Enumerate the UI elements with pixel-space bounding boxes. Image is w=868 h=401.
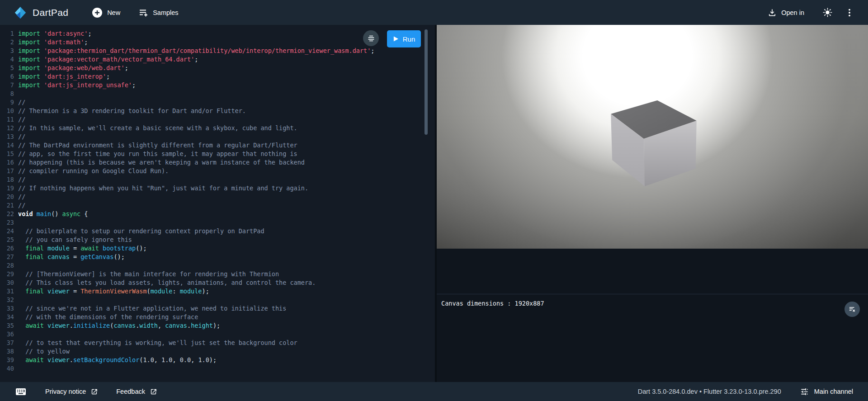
brightness-icon bbox=[822, 7, 833, 18]
code-line[interactable]: 5import 'package:web/web.dart'; bbox=[0, 64, 435, 72]
code-line[interactable]: 22void main() async { bbox=[0, 210, 435, 218]
line-number: 22 bbox=[0, 210, 18, 218]
line-number: 34 bbox=[0, 313, 18, 321]
theme-toggle-button[interactable] bbox=[822, 7, 833, 18]
open-in-button[interactable]: Open in bbox=[768, 8, 804, 17]
code-line[interactable]: 40 bbox=[0, 364, 435, 373]
editor-scrollbar[interactable] bbox=[425, 29, 428, 135]
code-line[interactable]: 36 bbox=[0, 330, 435, 339]
code-line[interactable]: 14// The DartPad environment is slightly… bbox=[0, 141, 435, 150]
code-line[interactable]: 33 // since we're not in a Flutter appli… bbox=[0, 304, 435, 313]
line-number: 21 bbox=[0, 201, 18, 210]
line-number: 11 bbox=[0, 115, 18, 124]
code-line[interactable]: 38 // to yellow bbox=[0, 347, 435, 356]
line-number: 32 bbox=[0, 296, 18, 304]
code-line[interactable]: 7import 'dart:js_interop_unsafe'; bbox=[0, 81, 435, 90]
line-number: 39 bbox=[0, 356, 18, 364]
line-number: 6 bbox=[0, 72, 18, 81]
run-button[interactable]: Run bbox=[387, 30, 421, 47]
code-line[interactable]: 27 final canvas = getCanvas(); bbox=[0, 253, 435, 261]
line-number: 14 bbox=[0, 141, 18, 150]
code-editor-panel[interactable]: 1import 'dart:async';2import 'dart:math'… bbox=[0, 25, 435, 382]
code-line[interactable]: 37 // to test that everything is working… bbox=[0, 339, 435, 347]
brand: DartPad bbox=[14, 6, 68, 19]
feedback-label: Feedback bbox=[116, 388, 145, 395]
console-panel: Canvas dimensions : 868x401 bbox=[437, 294, 868, 382]
code-line[interactable]: 18// bbox=[0, 175, 435, 184]
code-line[interactable]: 35 await viewer.initialize(canvas.width,… bbox=[0, 321, 435, 330]
code-line[interactable]: 15// app, so the first time you run this… bbox=[0, 150, 435, 158]
channel-label: Main channel bbox=[814, 388, 853, 395]
more-vert-icon bbox=[844, 8, 854, 18]
code-line[interactable]: 13// bbox=[0, 132, 435, 141]
output-panel: Canvas dimensions : 868x401 bbox=[437, 25, 868, 382]
clear-console-button[interactable] bbox=[844, 302, 860, 317]
format-button[interactable] bbox=[363, 30, 379, 46]
code-line[interactable]: 23 bbox=[0, 218, 435, 227]
line-number: 29 bbox=[0, 270, 18, 278]
line-number: 16 bbox=[0, 158, 18, 167]
line-number: 31 bbox=[0, 287, 18, 296]
code-line[interactable]: 10// Thermion is a 3D rendering toolkit … bbox=[0, 107, 435, 115]
feedback-link[interactable]: Feedback bbox=[116, 388, 157, 396]
line-number: 19 bbox=[0, 184, 18, 193]
line-number: 12 bbox=[0, 124, 18, 132]
code-line[interactable]: 34 // with the dimensions of the renderi… bbox=[0, 313, 435, 321]
new-button[interactable]: New bbox=[92, 7, 120, 18]
code-line[interactable]: 6import 'dart:js_interop'; bbox=[0, 72, 435, 81]
overflow-menu-button[interactable] bbox=[844, 8, 854, 18]
line-number: 38 bbox=[0, 347, 18, 356]
format-align-icon bbox=[367, 34, 376, 43]
code-line[interactable]: 28 bbox=[0, 261, 435, 270]
code-line[interactable]: 12// In this sample, we'll create a basi… bbox=[0, 124, 435, 132]
code-line[interactable]: 29 // [ThermionViewer] is the main inter… bbox=[0, 270, 435, 278]
render-canvas[interactable] bbox=[437, 25, 868, 249]
code-line[interactable]: 3import 'package:thermion_dart/thermion_… bbox=[0, 47, 435, 55]
code-line[interactable]: 19// If nothing happens when you hit "Ru… bbox=[0, 184, 435, 193]
code-line[interactable]: 26 final module = await bootstrap(); bbox=[0, 244, 435, 253]
code-line[interactable]: 24 // boilerplate to setup our rendering… bbox=[0, 227, 435, 236]
add-circle-icon bbox=[92, 7, 103, 18]
playlist-add-icon bbox=[138, 8, 148, 18]
code-line[interactable]: 31 final viewer = ThermionViewerWasm(mod… bbox=[0, 287, 435, 296]
line-number: 33 bbox=[0, 304, 18, 313]
code-line[interactable]: 32 bbox=[0, 296, 435, 304]
line-number: 4 bbox=[0, 55, 18, 64]
code-line[interactable]: 4import 'package:vector_math/vector_math… bbox=[0, 55, 435, 64]
line-number: 26 bbox=[0, 244, 18, 253]
app-bar: DartPad New Samples Open in bbox=[0, 0, 868, 25]
line-number: 7 bbox=[0, 81, 18, 90]
line-number: 8 bbox=[0, 90, 18, 98]
keyboard-shortcuts-button[interactable] bbox=[15, 387, 26, 396]
code-line[interactable]: 17// compiler running on Google Cloud Ru… bbox=[0, 167, 435, 175]
code-line[interactable]: 11// bbox=[0, 115, 435, 124]
code-line[interactable]: 20// bbox=[0, 193, 435, 201]
run-button-label: Run bbox=[403, 35, 415, 43]
play-icon bbox=[393, 36, 399, 42]
line-number: 2 bbox=[0, 38, 18, 47]
code-line[interactable]: 8 bbox=[0, 90, 435, 98]
line-number: 9 bbox=[0, 98, 18, 107]
samples-button[interactable]: Samples bbox=[138, 8, 178, 18]
line-number: 27 bbox=[0, 253, 18, 261]
code-line[interactable]: 9// bbox=[0, 98, 435, 107]
line-number: 23 bbox=[0, 218, 18, 227]
line-number: 36 bbox=[0, 330, 18, 339]
version-info: Dart 3.5.0-284.0.dev • Flutter 3.23.0-13… bbox=[638, 388, 781, 395]
code-line[interactable]: 39 await viewer.setBackgroundColor(1.0, … bbox=[0, 356, 435, 364]
privacy-notice-link[interactable]: Privacy notice bbox=[45, 388, 98, 396]
code-lines[interactable]: 1import 'dart:async';2import 'dart:math'… bbox=[0, 25, 435, 373]
code-line[interactable]: 21// bbox=[0, 201, 435, 210]
code-line[interactable]: 25 // you can safely ignore this bbox=[0, 236, 435, 244]
tune-icon bbox=[800, 387, 809, 396]
open-in-new-icon bbox=[90, 388, 98, 396]
line-number: 20 bbox=[0, 193, 18, 201]
keyboard-icon bbox=[15, 387, 26, 396]
channel-selector[interactable]: Main channel bbox=[800, 387, 853, 396]
code-line[interactable]: 16// happening (this is because we aren'… bbox=[0, 158, 435, 167]
line-number: 30 bbox=[0, 278, 18, 287]
dartpad-logo-icon bbox=[14, 6, 27, 19]
line-number: 18 bbox=[0, 175, 18, 184]
main-area: 1import 'dart:async';2import 'dart:math'… bbox=[0, 25, 868, 382]
code-line[interactable]: 30 // This class lets you load assets, l… bbox=[0, 278, 435, 287]
